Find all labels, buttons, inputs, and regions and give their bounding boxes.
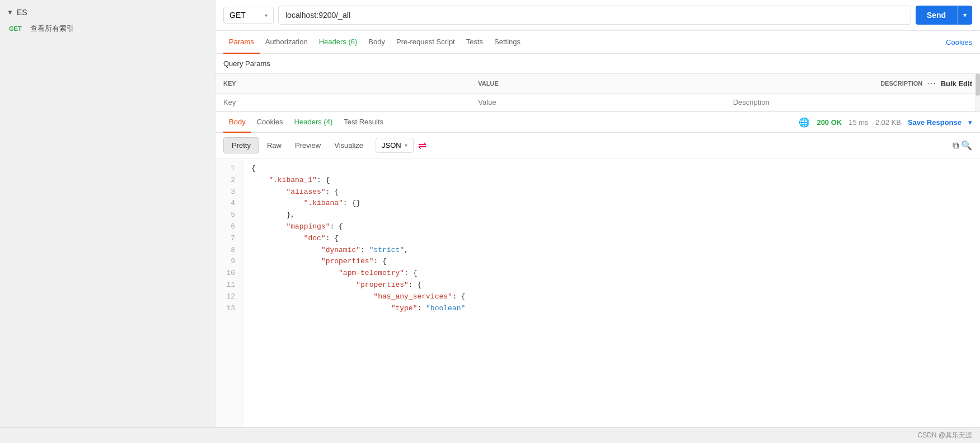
tab-tests[interactable]: Tests <box>461 31 489 54</box>
query-params-section: Query Params KEY VALUE <box>215 54 980 112</box>
tab-settings[interactable]: Settings <box>489 31 526 54</box>
bulk-edit-button[interactable]: Bulk Edit <box>941 80 972 88</box>
response-tab-headers[interactable]: Headers (4) <box>289 112 339 133</box>
sidebar: ▼ ES GET 查看所有索引 <box>0 0 215 427</box>
save-response-dropdown-icon[interactable]: ▾ <box>968 118 972 127</box>
col-value: VALUE <box>470 74 725 94</box>
send-dropdown-button[interactable]: ▾ <box>957 6 972 25</box>
tab-headers[interactable]: Headers (6) <box>313 31 363 54</box>
json-label: JSON <box>382 141 401 150</box>
tab-authorization[interactable]: Authorization <box>260 31 313 54</box>
sidebar-title: ES <box>17 8 27 17</box>
status-badge: 200 OK <box>817 118 842 127</box>
chevron-icon: ▼ <box>7 8 13 16</box>
method-chevron-icon: ▾ <box>265 12 268 18</box>
sidebar-item-label: 查看所有索引 <box>30 24 74 34</box>
cookies-link[interactable]: Cookies <box>946 31 972 53</box>
wrap-button[interactable]: ⇌ <box>418 139 426 152</box>
method-select[interactable]: GET ▾ <box>223 7 274 24</box>
method-badge: GET <box>9 25 26 32</box>
url-input[interactable] <box>278 6 911 25</box>
table-row <box>215 94 980 111</box>
bottom-right-text: CSDN @其乐无涯 <box>917 431 972 440</box>
response-tab-cookies[interactable]: Cookies <box>251 112 289 133</box>
format-visualize-button[interactable]: Visualize <box>329 138 369 153</box>
method-label: GET <box>229 11 246 20</box>
params-table: KEY VALUE DESCRIPTION ··· Bulk Edit <box>215 73 980 111</box>
main-panel: GET ▾ Send ▾ Params Authorization Header… <box>215 0 980 427</box>
url-bar: GET ▾ Send ▾ <box>215 0 980 31</box>
copy-icon: ⧉ <box>953 141 959 150</box>
json-chevron-icon: ▾ <box>405 142 407 148</box>
sidebar-item-get-all[interactable]: GET 查看所有索引 <box>0 20 215 37</box>
save-response-button[interactable]: Save Response <box>908 118 962 127</box>
json-format-selector[interactable]: JSON ▾ <box>376 138 414 153</box>
value-input[interactable] <box>478 98 717 106</box>
search-icon: 🔍 <box>961 141 972 150</box>
format-preview-button[interactable]: Preview <box>289 138 326 153</box>
scrollbar-track[interactable] <box>976 73 980 111</box>
bottom-bar: CSDN @其乐无涯 <box>0 427 980 443</box>
response-size: 2.02 KB <box>875 118 901 127</box>
format-raw-button[interactable]: Raw <box>261 138 287 153</box>
sidebar-header: ▼ ES <box>0 4 215 20</box>
description-input[interactable] <box>733 98 972 106</box>
tab-body[interactable]: Body <box>363 31 391 54</box>
copy-button[interactable]: ⧉ <box>953 139 959 151</box>
col-description: DESCRIPTION ··· Bulk Edit <box>725 74 980 94</box>
scrollbar-thumb[interactable] <box>976 73 980 96</box>
response-tabs-bar: Body Cookies Headers (4) Test Results 🌐 … <box>215 112 980 133</box>
search-button[interactable]: 🔍 <box>961 139 972 151</box>
more-options-button[interactable]: ··· <box>927 78 936 88</box>
response-meta: 🌐 200 OK 15 ms 2.02 KB Save Response ▾ <box>799 117 972 128</box>
query-params-label: Query Params <box>215 54 980 73</box>
wrap-icon: ⇌ <box>418 140 426 151</box>
response-tab-body[interactable]: Body <box>223 112 251 133</box>
tab-params[interactable]: Params <box>223 31 260 54</box>
response-time: 15 ms <box>848 118 868 127</box>
line-numbers: 1 2 3 4 5 6 7 8 9 10 11 12 13 <box>215 158 243 427</box>
send-group: Send ▾ <box>916 6 972 25</box>
response-tab-test-results[interactable]: Test Results <box>338 112 389 133</box>
code-content: { ".kibana_1": { "aliases": { ".kibana":… <box>243 158 980 427</box>
key-input[interactable] <box>223 98 462 106</box>
tab-pre-request[interactable]: Pre-request Script <box>391 31 461 54</box>
response-toolbar: Pretty Raw Preview Visualize JSON ▾ ⇌ ⧉ … <box>215 133 980 158</box>
col-key: KEY <box>215 74 470 94</box>
format-pretty-button[interactable]: Pretty <box>223 137 259 153</box>
globe-icon: 🌐 <box>799 117 810 128</box>
send-button[interactable]: Send <box>916 6 957 25</box>
code-area: 1 2 3 4 5 6 7 8 9 10 11 12 13 { ".kibana… <box>215 158 980 427</box>
request-tabs-bar: Params Authorization Headers (6) Body Pr… <box>215 31 980 54</box>
